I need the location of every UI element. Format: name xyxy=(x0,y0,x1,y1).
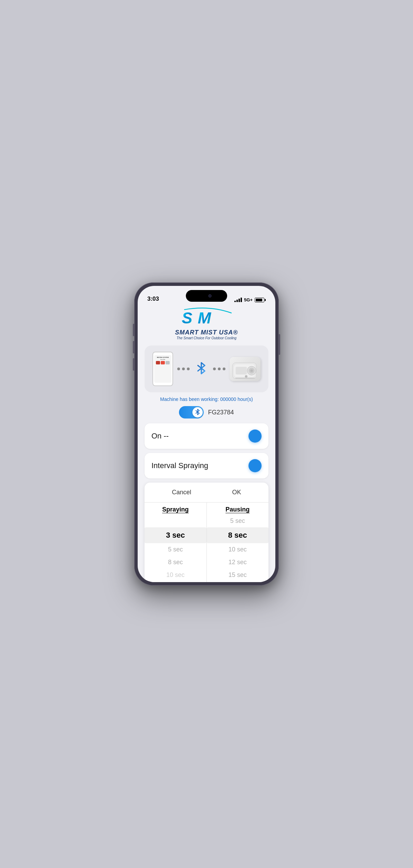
spraying-item-8sec[interactable]: 8 sec xyxy=(145,556,206,569)
signal-bars xyxy=(234,298,242,302)
ok-button[interactable]: OK xyxy=(225,487,248,497)
phone-frame: 3:03 5G+ xyxy=(134,282,279,586)
signal-bar-3 xyxy=(239,299,240,302)
network-label: 5G+ xyxy=(244,297,253,302)
interval-label: Interval Spraying xyxy=(151,461,208,470)
picker-overlay: Cancel OK Spraying · 3 sec 5 sec 8 sec 1… xyxy=(145,483,268,582)
logo-area: S M SMART MIST USA® The Smart Choice For… xyxy=(145,304,268,340)
spraying-col-header: Spraying xyxy=(162,503,189,515)
connection-box: MISTING SYSTEM Smart Mist xyxy=(145,345,268,392)
spraying-column: Spraying · 3 sec 5 sec 8 sec 10 sec 12 s… xyxy=(145,503,206,582)
cancel-button[interactable]: Cancel xyxy=(165,487,198,497)
spraying-item-5sec[interactable]: 5 sec xyxy=(145,543,206,556)
pausing-item-12sec[interactable]: 12 sec xyxy=(207,556,269,569)
pausing-item-5sec[interactable]: 5 sec xyxy=(207,515,269,527)
pausing-column: Pausing 5 sec 8 sec 10 sec 12 sec 15 sec… xyxy=(207,503,269,582)
brand-tagline: The Smart Choice For Outdoor Cooling xyxy=(177,336,236,340)
spraying-item-3sec[interactable]: 3 sec xyxy=(145,527,206,543)
connection-dots-left xyxy=(177,368,190,370)
bluetooth-toggle[interactable] xyxy=(179,406,204,418)
pausing-item-8sec[interactable]: 8 sec xyxy=(207,527,269,543)
dynamic-island xyxy=(186,290,227,302)
bluetooth-icon xyxy=(194,361,209,376)
on-control-card[interactable]: On -- xyxy=(145,423,268,449)
svg-point-6 xyxy=(250,369,253,372)
svg-rect-9 xyxy=(235,378,255,379)
spraying-spacer: · xyxy=(145,515,206,527)
bt-toggle-row: FG23784 xyxy=(145,406,268,418)
signal-bar-4 xyxy=(241,298,242,302)
front-camera xyxy=(208,294,212,298)
signal-bar-1 xyxy=(234,301,236,302)
interval-toggle-dot[interactable] xyxy=(248,459,262,472)
misting-machine-image xyxy=(230,357,261,381)
main-content: S M SMART MIST USA® The Smart Choice For… xyxy=(138,304,275,582)
toggle-knob xyxy=(192,407,203,417)
pausing-col-header: Pausing xyxy=(225,503,250,515)
phone-mockup-image: MISTING SYSTEM Smart Mist xyxy=(152,352,173,386)
status-icons: 5G+ xyxy=(234,297,266,302)
spraying-item-12sec[interactable]: 12 sec xyxy=(145,581,206,582)
signal-bar-2 xyxy=(236,300,238,302)
logo-svg: S M xyxy=(179,306,234,328)
spraying-item-10sec[interactable]: 10 sec xyxy=(145,569,206,581)
brand-name: SMART MIST USA® xyxy=(175,329,238,336)
picker-header: Cancel OK xyxy=(145,483,268,503)
on-label: On -- xyxy=(151,432,169,441)
pausing-item-20sec[interactable]: 20 sec xyxy=(207,581,269,582)
pausing-item-10sec[interactable]: 10 sec xyxy=(207,543,269,556)
svg-text:M: M xyxy=(198,309,211,327)
phone-screen: 3:03 5G+ xyxy=(138,286,275,582)
pausing-item-15sec[interactable]: 15 sec xyxy=(207,569,269,581)
on-toggle-dot[interactable] xyxy=(248,430,262,443)
svg-point-8 xyxy=(245,375,247,378)
picker-columns: Spraying · 3 sec 5 sec 8 sec 10 sec 12 s… xyxy=(145,503,268,582)
status-time: 3:03 xyxy=(147,296,159,302)
battery-icon xyxy=(255,298,266,302)
svg-rect-7 xyxy=(235,367,247,374)
connection-dots-right xyxy=(213,368,225,370)
device-id: FG23784 xyxy=(208,409,234,416)
interval-spraying-card[interactable]: Interval Spraying xyxy=(145,453,268,478)
working-hours: Machine has been working: 000000 hour(s) xyxy=(145,396,268,402)
svg-text:S: S xyxy=(182,309,192,327)
